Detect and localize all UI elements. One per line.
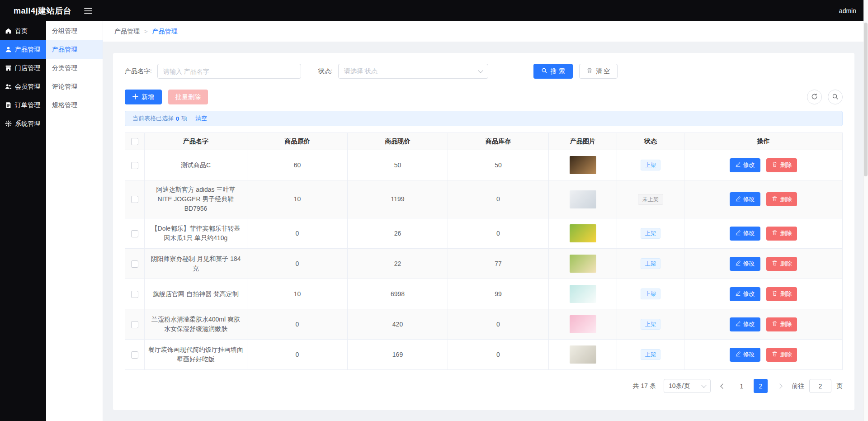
- user-icon: [5, 46, 12, 53]
- edit-icon: [735, 230, 741, 237]
- delete-button[interactable]: 删除: [766, 348, 797, 362]
- clear-button[interactable]: 清 空: [579, 64, 618, 79]
- delete-button-label: 删除: [780, 290, 792, 298]
- product-image[interactable]: [570, 156, 596, 174]
- sidebar-item-label: 系统管理: [15, 120, 40, 128]
- row-checkbox[interactable]: [131, 260, 138, 268]
- row-checkbox[interactable]: [131, 230, 138, 237]
- delete-button[interactable]: 删除: [766, 158, 797, 172]
- status-badge: 上架: [641, 258, 660, 269]
- scrollbar-thumb[interactable]: [864, 23, 868, 176]
- row-checkbox[interactable]: [131, 351, 138, 359]
- product-image[interactable]: [570, 345, 596, 364]
- submenu-item-label: 产品管理: [52, 46, 77, 54]
- edit-button[interactable]: 修改: [730, 317, 760, 331]
- add-button[interactable]: 新增: [125, 90, 162, 104]
- product-name-input[interactable]: [157, 64, 301, 79]
- page-button-1[interactable]: 1: [735, 379, 749, 393]
- sidebar-item-label: 首页: [15, 27, 28, 35]
- goto-label: 前往: [792, 382, 804, 390]
- selection-tip-text: 当前表格已选择: [132, 114, 174, 123]
- status-select-placeholder: 请选择 状态: [344, 67, 377, 76]
- sidebar-item-label: 门店管理: [15, 64, 40, 72]
- chevron-down-icon: [701, 383, 706, 388]
- edit-button-label: 修改: [743, 320, 755, 328]
- refresh-button[interactable]: [807, 90, 822, 104]
- trash-icon: [772, 321, 778, 328]
- trash-icon: [772, 290, 778, 298]
- edit-button[interactable]: 修改: [730, 348, 760, 362]
- product-image[interactable]: [570, 255, 596, 273]
- selection-clear-link[interactable]: 清空: [195, 114, 207, 123]
- original-price: 60: [247, 150, 348, 180]
- original-price: 10: [247, 180, 348, 218]
- collapse-sidebar-icon[interactable]: [84, 8, 92, 14]
- product-image[interactable]: [570, 190, 596, 208]
- search-icon: [832, 93, 839, 101]
- prev-page-button[interactable]: [716, 379, 730, 393]
- submenu-item-comments[interactable]: 评论管理: [46, 77, 103, 96]
- product-name: 旗舰店官网 自拍神器 梵高定制: [145, 279, 247, 309]
- status-badge: 上架: [641, 289, 660, 299]
- scrollbar-track[interactable]: [863, 0, 868, 421]
- edit-button[interactable]: 修改: [730, 257, 760, 271]
- main-sidebar: 首页 产品管理 门店管理 会员管理: [0, 21, 46, 421]
- sidebar-item-stores[interactable]: 门店管理: [0, 59, 46, 77]
- table-row: 阴阳师寮办秘制 月见和菓子 184克 0 22 77 上架 修改 删除: [125, 249, 843, 279]
- sidebar-item-orders[interactable]: 订单管理: [0, 96, 46, 114]
- sub-sidebar: 分组管理 产品管理 分类管理 评论管理 规格管理: [46, 21, 103, 421]
- submenu-item-groups[interactable]: 分组管理: [46, 22, 103, 40]
- edit-button[interactable]: 修改: [730, 227, 760, 241]
- submenu-item-specs[interactable]: 规格管理: [46, 96, 103, 114]
- page-button-2[interactable]: 2: [754, 379, 768, 393]
- status-badge: 未上架: [638, 194, 663, 205]
- sidebar-item-products[interactable]: 产品管理: [0, 40, 46, 59]
- sidebar-item-home[interactable]: 首页: [0, 22, 46, 40]
- edit-button[interactable]: 修改: [730, 287, 760, 301]
- status-badge: 上架: [641, 228, 660, 239]
- delete-button[interactable]: 删除: [766, 317, 797, 331]
- sidebar-item-system[interactable]: 系统管理: [0, 114, 46, 133]
- app-root: mall4j建站后台 admin 首页 产品管理: [0, 0, 868, 421]
- goto-page-input[interactable]: [809, 379, 831, 393]
- delete-button[interactable]: 删除: [766, 227, 797, 241]
- delete-button[interactable]: 删除: [766, 192, 797, 206]
- batch-delete-button[interactable]: 批量删除: [168, 90, 208, 104]
- stock: 0: [448, 309, 549, 340]
- edit-icon: [735, 161, 741, 169]
- row-checkbox[interactable]: [131, 196, 138, 203]
- delete-button[interactable]: 删除: [766, 287, 797, 301]
- submenu-item-products[interactable]: 产品管理: [46, 40, 103, 59]
- table-row: 旗舰店官网 自拍神器 梵高定制 10 6998 99 上架 修改 删除: [125, 279, 843, 309]
- row-checkbox[interactable]: [131, 291, 138, 298]
- edit-button-label: 修改: [743, 260, 755, 268]
- product-image[interactable]: [570, 224, 596, 242]
- submenu-item-categories[interactable]: 分类管理: [46, 59, 103, 77]
- delete-button[interactable]: 删除: [766, 257, 797, 271]
- breadcrumb: 产品管理 > 产品管理: [103, 21, 868, 42]
- next-page-button[interactable]: [773, 379, 787, 393]
- page-size-select[interactable]: 10条/页: [664, 379, 711, 393]
- main-area: 产品管理 > 产品管理 产品名字: 状态: 请选择 状态: [103, 21, 868, 421]
- row-checkbox[interactable]: [131, 321, 138, 328]
- edit-button[interactable]: 修改: [730, 158, 760, 172]
- status-select[interactable]: 请选择 状态: [338, 64, 488, 79]
- chevron-left-icon: [720, 383, 725, 388]
- plus-icon: [132, 94, 138, 101]
- trash-icon: [772, 351, 778, 358]
- table-row: 餐厅装饰画现代简约饭厅挂画墙面壁画好好吃饭 0 169 0 上架 修改 删除: [125, 340, 843, 370]
- sidebar-item-members[interactable]: 会员管理: [0, 77, 46, 96]
- toggle-search-button[interactable]: [828, 90, 843, 104]
- edit-button[interactable]: 修改: [730, 192, 760, 206]
- select-all-checkbox[interactable]: [131, 138, 138, 145]
- original-price: 0: [247, 249, 348, 279]
- search-button[interactable]: 搜 索: [533, 64, 573, 79]
- refresh-icon: [811, 93, 818, 101]
- current-price: 6998: [348, 279, 448, 309]
- breadcrumb-item-current[interactable]: 产品管理: [152, 28, 178, 36]
- user-menu[interactable]: admin: [839, 7, 856, 14]
- product-image[interactable]: [570, 285, 596, 303]
- product-image[interactable]: [570, 315, 596, 333]
- row-checkbox[interactable]: [131, 162, 138, 169]
- current-price: 169: [348, 340, 448, 370]
